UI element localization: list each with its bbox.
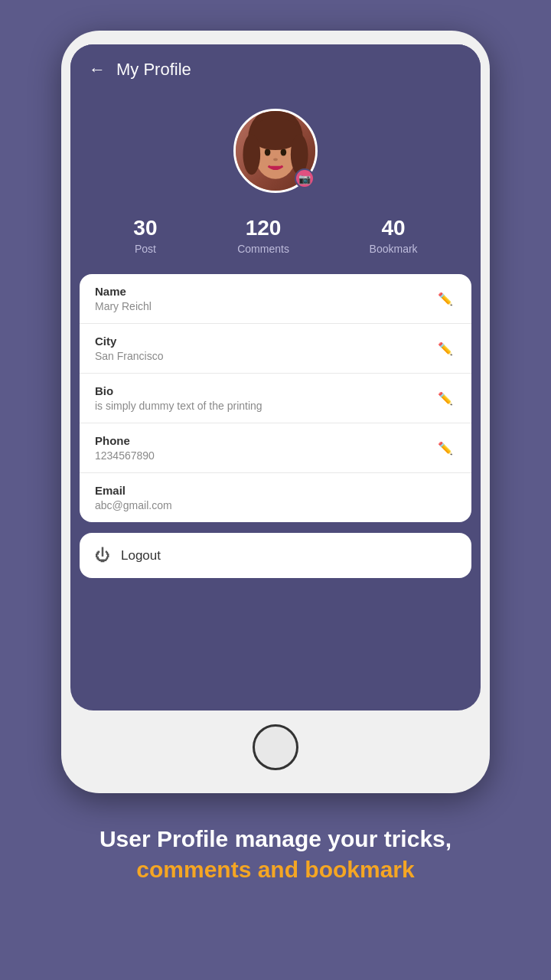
field-phone-label: Phone (95, 434, 435, 447)
camera-icon: 📷 (298, 173, 311, 185)
svg-point-2 (265, 149, 271, 155)
phone-bottom (70, 710, 481, 770)
header: ← My Profile (70, 44, 481, 93)
bottom-highlight-text: comments and bookmark (31, 857, 520, 883)
logout-label: Logout (121, 548, 161, 564)
avatar-section: 📷 (70, 93, 481, 201)
stats-row: 30 Post 120 Comments 40 Bookmark (70, 201, 481, 274)
svg-point-6 (243, 134, 260, 175)
home-button[interactable] (253, 724, 298, 770)
field-name-label: Name (95, 285, 435, 298)
field-name-value: Mary Reichl (95, 300, 435, 312)
phone-frame: ← My Profile (61, 31, 490, 793)
field-city-content: City San Francisco (95, 335, 435, 362)
edit-phone-icon[interactable]: ✏️ (435, 438, 456, 459)
field-bio: Bio is simply dummy text of the printing… (80, 374, 471, 423)
field-email-content: Email abc@gmail.com (95, 484, 456, 511)
stat-comments: 120 Comments (237, 216, 289, 255)
field-name: Name Mary Reichl ✏️ (80, 274, 471, 324)
field-bio-value: is simply dummy text of the printing (95, 400, 435, 412)
logout-card[interactable]: ⏻ Logout (80, 533, 471, 578)
field-name-content: Name Mary Reichl (95, 285, 435, 312)
stat-post-number: 30 (133, 216, 157, 240)
stat-bookmark-number: 40 (382, 216, 406, 240)
stat-comments-number: 120 (246, 216, 282, 240)
stat-bookmark: 40 Bookmark (370, 216, 418, 255)
bottom-text-section: User Profile manage your tricks, comment… (0, 793, 551, 906)
field-email-value: abc@gmail.com (95, 499, 456, 511)
svg-point-4 (273, 158, 278, 161)
avatar-wrapper: 📷 (233, 109, 318, 193)
svg-point-3 (281, 149, 287, 155)
field-city-label: City (95, 335, 435, 348)
camera-badge[interactable]: 📷 (295, 168, 315, 188)
field-bio-content: Bio is simply dummy text of the printing (95, 384, 435, 412)
page-title: My Profile (116, 60, 191, 80)
stat-post-label: Post (135, 243, 156, 255)
field-city-value: San Francisco (95, 350, 435, 362)
bottom-main-text: User Profile manage your tricks, (31, 824, 520, 854)
field-email-label: Email (95, 484, 456, 497)
field-phone-content: Phone 1234567890 (95, 434, 435, 462)
profile-card: Name Mary Reichl ✏️ City San Francisco ✏… (80, 274, 471, 522)
stat-post: 30 Post (133, 216, 157, 255)
edit-city-icon[interactable]: ✏️ (435, 338, 456, 359)
edit-name-icon[interactable]: ✏️ (435, 289, 456, 309)
stat-comments-label: Comments (237, 243, 289, 255)
field-email: Email abc@gmail.com (80, 473, 471, 522)
power-icon: ⏻ (95, 547, 110, 564)
field-bio-label: Bio (95, 384, 435, 397)
stat-bookmark-label: Bookmark (370, 243, 418, 255)
field-phone-value: 1234567890 (95, 449, 435, 462)
back-button[interactable]: ← (89, 60, 106, 80)
field-city: City San Francisco ✏️ (80, 324, 471, 374)
phone-screen: ← My Profile (70, 44, 481, 710)
edit-bio-icon[interactable]: ✏️ (435, 388, 456, 409)
field-phone: Phone 1234567890 ✏️ (80, 423, 471, 473)
